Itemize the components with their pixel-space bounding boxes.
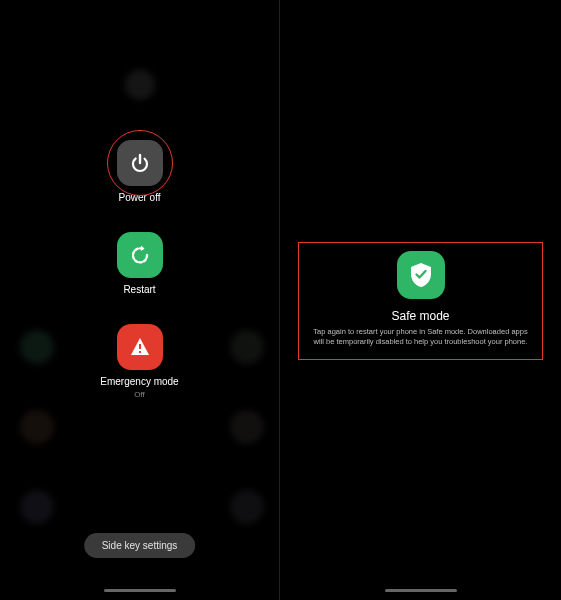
side-key-settings-button[interactable]: Side key settings (84, 533, 196, 558)
safe-mode-description: Tap again to restart your phone in Safe … (307, 327, 534, 347)
nav-handle[interactable] (104, 589, 176, 592)
power-menu: Power off Restart Emergency mode Off (0, 140, 279, 399)
highlight-ring (107, 130, 173, 196)
power-off-item[interactable]: Power off (117, 140, 163, 204)
safe-mode-screen: Safe mode Tap again to restart your phon… (280, 0, 561, 600)
power-menu-screen: Power off Restart Emergency mode Off (0, 0, 280, 600)
safe-mode-shield-icon (397, 251, 445, 299)
emergency-mode-item[interactable]: Emergency mode Off (100, 324, 178, 399)
restart-icon (117, 232, 163, 278)
emergency-label: Emergency mode (100, 376, 178, 388)
svg-rect-2 (139, 344, 141, 349)
restart-label: Restart (123, 284, 155, 296)
nav-handle[interactable] (385, 589, 457, 592)
safe-mode-title: Safe mode (391, 309, 449, 323)
emergency-icon (117, 324, 163, 370)
emergency-sublabel: Off (134, 390, 145, 399)
svg-rect-3 (139, 351, 141, 353)
restart-item[interactable]: Restart (117, 232, 163, 296)
safe-mode-prompt[interactable]: Safe mode Tap again to restart your phon… (298, 242, 543, 360)
